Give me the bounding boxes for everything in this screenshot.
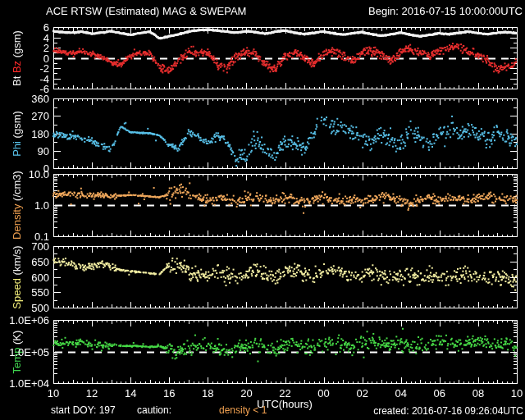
x-tick-label: 10: [41, 388, 66, 399]
footer-start-doy: start DOY: 197: [51, 404, 116, 416]
y-tick-label: 270: [0, 111, 49, 122]
ace-rtsw-plot: ACE RTSW (Estimated) MAG & SWEPAM Begin:…: [0, 0, 525, 420]
plot-canvas: [0, 0, 525, 420]
x-tick-label: 14: [118, 388, 143, 399]
x-tick-label: 08: [466, 388, 491, 399]
y-tick-label: 600: [0, 272, 49, 284]
y-tick-label: 700: [0, 241, 49, 253]
plot-title: ACE RTSW (Estimated) MAG & SWEPAM: [46, 6, 246, 17]
y-tick-label: 650: [0, 257, 49, 268]
x-tick-label: 12: [80, 388, 104, 399]
y-tick-label: 2: [0, 43, 49, 54]
begin-timestamp: Begin: 2016-07-15 10:00:00UTC: [328, 6, 523, 17]
x-tick-label: 10: [504, 388, 525, 399]
y-tick-label: 1.0: [0, 200, 49, 212]
footer-caution-label: caution:: [137, 404, 171, 416]
y-tick-label: 1.0E+06: [0, 315, 49, 326]
x-tick-label: 00: [312, 388, 336, 399]
x-tick-label: 20: [234, 388, 258, 399]
y-tick-label: 360: [0, 94, 49, 105]
y-tick-label: 1.0E+05: [0, 347, 49, 358]
x-tick-label: 16: [157, 388, 181, 399]
x-tick-label: 04: [389, 388, 413, 399]
y-tick-label: 6: [0, 22, 49, 34]
footer-created-timestamp: created: 2016-07-16 09:26:04UTC: [353, 405, 523, 417]
x-tick-label: 22: [273, 388, 298, 399]
x-tick-label: 02: [350, 388, 375, 399]
y-tick-label: 90: [0, 146, 49, 158]
x-tick-label: 06: [427, 388, 452, 399]
ylabel-temp-unit: (K): [11, 330, 23, 347]
y-tick-label: 500: [0, 303, 49, 314]
y-tick-label: 180: [0, 129, 49, 140]
x-tick-label: 18: [195, 388, 220, 399]
footer-density-warning: density < 1: [219, 404, 267, 416]
y-tick-label: 550: [0, 287, 49, 299]
y-tick-label: 10.0: [0, 169, 49, 180]
